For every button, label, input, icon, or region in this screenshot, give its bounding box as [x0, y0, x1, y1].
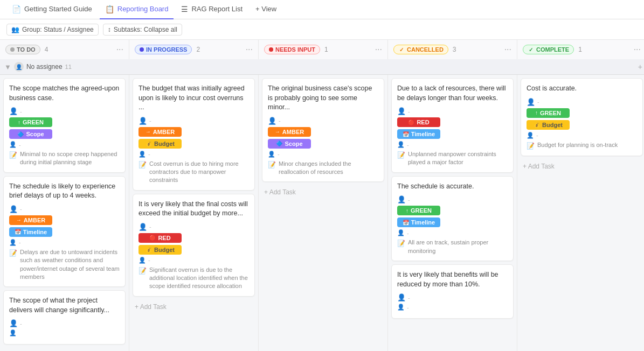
note-text: Budget for planning is on-track	[537, 141, 618, 151]
add-task-button[interactable]: + Add Task	[521, 159, 643, 173]
col-header-needsinput: NEEDS INPUT1···	[259, 40, 388, 59]
card-assignee: 👤 -	[9, 107, 120, 115]
tag-amber: →AMBER	[268, 127, 311, 137]
card-title: Cost is accurate.	[527, 84, 637, 94]
person-icon: 👤	[9, 141, 17, 148]
tab-view-label: + View	[255, 5, 276, 13]
person-icon: 👤	[397, 304, 405, 311]
col-content-needsinput: The original business case's scope is pr…	[259, 75, 388, 351]
col-menu-icon[interactable]: ···	[116, 45, 123, 54]
note-icon: 📝	[139, 266, 147, 291]
sub-tag-budget: 💰Budget	[139, 139, 182, 149]
card-people: 👤 -	[527, 132, 637, 139]
tab-reporting-board[interactable]: 📋 Reporting Board	[100, 0, 174, 19]
tag-row: ↑GREEN	[527, 108, 637, 118]
note-icon: 📝	[268, 160, 276, 177]
sub-tag-scope: 🔷Scope	[9, 129, 52, 139]
add-task-button[interactable]: + Add Task	[262, 185, 384, 199]
card-people: 👤 -	[139, 257, 249, 264]
table-row: It is very likely that the final costs w…	[133, 194, 255, 297]
group-count-label: 11	[65, 64, 72, 70]
card-note: 📝 All are on track, sustain proper monit…	[397, 238, 508, 255]
group-button[interactable]: 👥 Group: Status / Assignee	[6, 24, 99, 36]
people-value: -	[148, 257, 150, 263]
people-value: -	[536, 132, 538, 138]
tag-amber: →AMBER	[139, 127, 182, 137]
reporting-board-icon: 📋	[105, 5, 114, 13]
col-header-cancelled: ✓CANCELLED3···	[388, 40, 517, 59]
people-value: -	[278, 151, 280, 157]
assignee-value: -	[20, 320, 22, 327]
assignee-value: -	[20, 206, 22, 212]
people-value: -	[148, 151, 150, 157]
tag-row: 🔴RED	[397, 117, 508, 127]
card-people: 👤 -	[139, 151, 249, 158]
assignee-value: -	[408, 294, 410, 301]
assignee-value: -	[20, 108, 22, 115]
col-content-cancelled: Due to a lack of resources, there will b…	[388, 75, 517, 351]
people-value: -	[407, 142, 409, 148]
assignee-value: -	[279, 117, 281, 124]
table-row: The schedule is likely to experience bri…	[3, 176, 126, 287]
note-text: All are on track, sustain proper monitor…	[408, 238, 508, 255]
sub-tag-timeline: 📅Timeline	[397, 217, 440, 227]
tag-row: ↑GREEN	[397, 206, 508, 215]
table-row: The scope of what the project delivers w…	[3, 290, 126, 345]
card-title: The budget that was initially agreed upo…	[139, 84, 249, 113]
assignee-icon: 👤	[139, 223, 147, 231]
group-collapse-icon[interactable]: ▼	[4, 63, 11, 71]
assignee-icon: 👤	[397, 107, 406, 115]
rag-report-icon: ☰	[181, 5, 188, 13]
people-value: -	[407, 304, 409, 311]
card-note: 📝 Delays are due to untoward incidents s…	[9, 248, 120, 282]
group-add-button[interactable]: +	[638, 62, 642, 71]
col-count: 3	[453, 46, 456, 53]
card-people: 👤 -	[9, 141, 120, 148]
group-icon: 👥	[11, 26, 19, 33]
tag-red: 🔴RED	[397, 117, 440, 127]
person-icon: 👤	[397, 141, 405, 148]
people-value: -	[19, 239, 21, 245]
tab-rag-report[interactable]: ☰ RAG Report List	[176, 0, 248, 19]
card-title: Due to a lack of resources, there will b…	[397, 84, 508, 103]
card-assignee: 👤 -	[397, 107, 508, 115]
people-value: -	[19, 142, 21, 148]
tab-view[interactable]: + View	[250, 0, 282, 19]
tag-amber: →AMBER	[9, 215, 52, 225]
tag-row: →AMBER	[268, 127, 378, 137]
tag-row: →AMBER	[9, 215, 120, 225]
card-assignee: 👤 -	[139, 117, 249, 125]
col-menu-icon[interactable]: ···	[634, 45, 641, 54]
person-icon: 👤	[9, 239, 17, 246]
col-menu-icon[interactable]: ···	[504, 45, 511, 54]
card-note: 📝 Budget for planning is on-track	[527, 141, 637, 151]
card-note: 📝 Cost overrun is due to hiring more con…	[139, 160, 249, 185]
card-people: 👤	[9, 329, 120, 336]
add-task-button[interactable]: + Add Task	[133, 300, 255, 314]
note-text: Delays are due to untoward incidents suc…	[20, 248, 120, 282]
sub-tag-row: 📅Timeline	[9, 227, 120, 237]
tag-green: ↑GREEN	[397, 206, 440, 215]
note-icon: 📝	[9, 249, 17, 282]
card-title: The schedule is accurate.	[397, 182, 508, 192]
tag-row: 🔴RED	[139, 233, 249, 243]
card-people: 👤 -	[397, 304, 508, 311]
note-text: Minor changes included the reallocation …	[279, 160, 378, 177]
tab-getting-started[interactable]: 📄 Getting Started Guide	[6, 0, 98, 19]
person-icon: 👤	[268, 151, 275, 158]
group-label: Group: Status / Assignee	[22, 26, 94, 33]
card-title: It is very likely that benefits will be …	[397, 270, 508, 289]
subtasks-button[interactable]: ↕ Subtasks: Collapse all	[103, 24, 182, 36]
col-menu-icon[interactable]: ···	[375, 45, 382, 54]
people-value: -	[407, 230, 409, 236]
table-row: Due to a lack of resources, there will b…	[391, 78, 514, 173]
person-icon: 👤	[397, 229, 405, 236]
col-count: 1	[578, 46, 582, 53]
note-text: Minimal to no scope creep happened durin…	[20, 150, 120, 167]
col-menu-icon[interactable]: ···	[246, 45, 253, 54]
tag-green: ↑GREEN	[527, 108, 570, 118]
card-people: 👤 -	[397, 141, 508, 148]
note-icon: 📝	[397, 151, 405, 167]
card-assignee: 👤 -	[527, 98, 637, 106]
card-assignee: 👤 -	[9, 205, 120, 213]
